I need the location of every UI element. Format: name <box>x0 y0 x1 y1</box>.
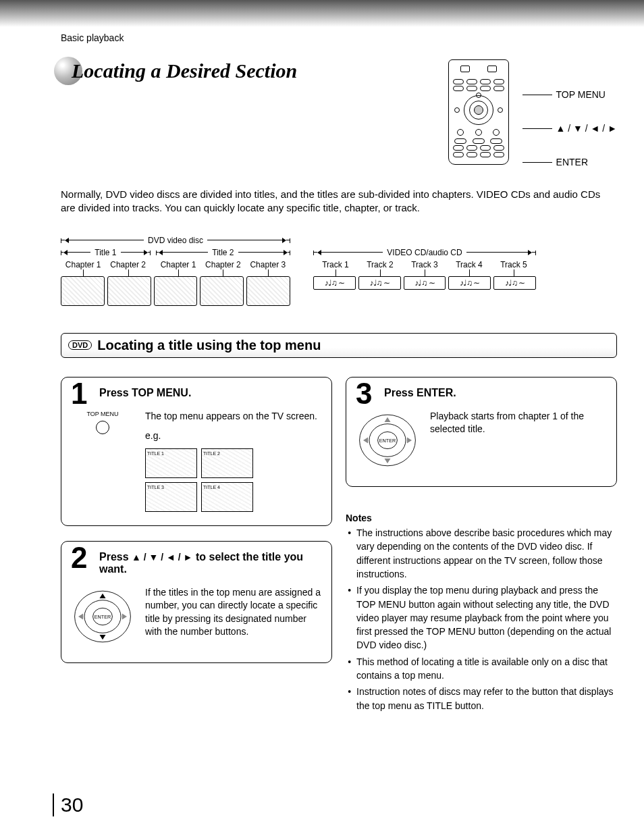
dvd-badge-icon: DVD <box>68 340 92 350</box>
dpad-icon: ENTER <box>357 410 418 471</box>
remote-label-topmenu: TOP MENU <box>556 89 606 100</box>
step-3-body: Playback starts from chapter 1 of the se… <box>430 410 606 473</box>
page-number: 30 <box>53 793 83 816</box>
step-number: 3 <box>356 379 372 409</box>
breadcrumb: Basic playback <box>61 32 617 43</box>
page-title: Locating a Desired Section <box>61 59 421 82</box>
intro-text: Normally, DVD video discs are divided in… <box>61 188 617 215</box>
svg-text:ENTER: ENTER <box>379 437 396 443</box>
step-number: 1 <box>71 379 87 409</box>
step-2-body: If the titles in the top menu are assign… <box>145 586 321 650</box>
menu-example: TITLE 1 TITLE 2 TITLE 3 TITLE 4 <box>145 448 253 512</box>
topmenu-label: TOP MENU <box>72 410 133 419</box>
note-item: This method of locating a title is avail… <box>356 655 617 683</box>
step-3: 3 Press ENTER. ENTER <box>346 377 617 488</box>
remote-label-arrows: ▲ / ▼ / ◄ / ► <box>556 123 617 134</box>
note-item: The instructions above describe basic pr… <box>356 526 617 581</box>
remote-label-enter: ENTER <box>556 157 588 167</box>
step-2: 2 Press ▲ / ▼ / ◄ / ► to select the titl… <box>61 541 332 664</box>
section-heading: DVD Locating a title using the top menu <box>61 333 617 358</box>
step-1: 1 Press TOP MENU. TOP MENU The top menu … <box>61 377 332 526</box>
notes-section: Notes The instructions above describe ba… <box>346 502 617 722</box>
arrow-keys-icon: ▲ / ▼ / ◄ / ► <box>132 552 192 563</box>
dpad-icon: ENTER <box>72 586 133 647</box>
step-1-body: The top menu appears on the TV screen. <box>145 410 317 423</box>
note-item: If you display the top menu during playb… <box>356 583 617 652</box>
dvd-structure-diagram: DVD video disc Title 1 Title 2 <box>61 236 290 306</box>
note-item: Instruction notes of discs may refer to … <box>356 685 617 712</box>
topmenu-button-icon <box>96 421 109 434</box>
remote-diagram: TOP MENU ▲ / ▼ / ◄ / ► ENTER <box>448 59 617 167</box>
enter-label: ENTER <box>95 613 111 619</box>
step-number: 2 <box>71 543 87 573</box>
cd-structure-diagram: VIDEO CD/audio CD Track 1 Track 2 Track … <box>313 248 536 290</box>
